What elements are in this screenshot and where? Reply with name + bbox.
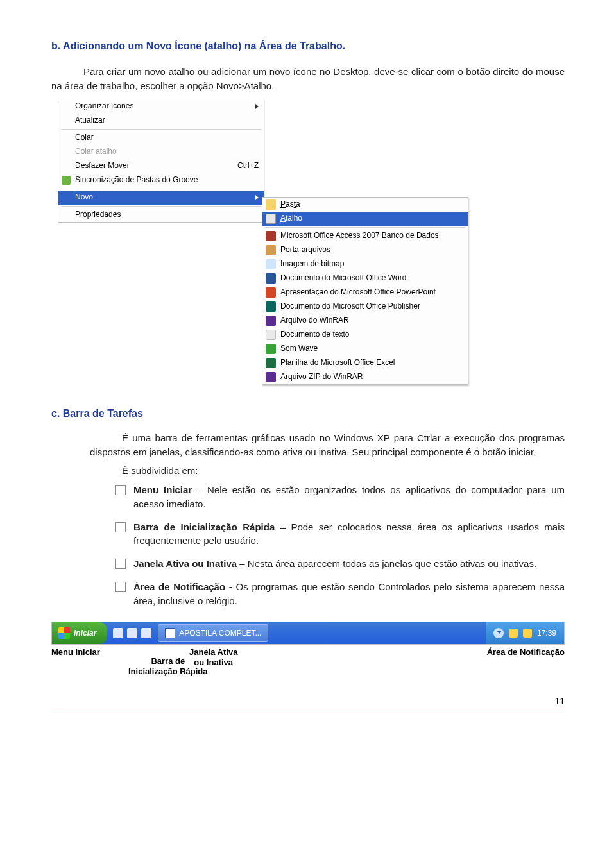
shortcut-icon [266,214,276,224]
sub-label: Microsoft Office Access 2007 Banco de Da… [280,230,439,241]
ctx-item-organizar[interactable]: Organizar ícones [58,99,264,114]
page-number: 11 [51,695,565,708]
sub-item-atalho[interactable]: Atalho [262,212,468,226]
sub-item-zip[interactable]: Arquivo ZIP do WinRAR [262,370,468,384]
folder-icon [266,199,276,210]
sub-item-access[interactable]: Microsoft Office Access 2007 Banco de Da… [262,229,468,243]
bullet-marker-icon [116,559,126,569]
taskbar-labels: Menu Iniciar Barra de Inicialização Rápi… [51,645,565,683]
chevron-right-icon [255,195,259,200]
sub-separator [265,227,465,228]
ctx-separator [61,129,261,130]
ctx-label: Colar atalho [75,146,117,157]
sub-label: Arquivo do WinRAR [280,315,349,326]
quicklaunch-icon[interactable] [127,628,137,638]
sub-item-winrar[interactable]: Arquivo do WinRAR [262,314,468,328]
start-button[interactable]: Iniciar [52,622,107,644]
start-label: Iniciar [74,628,96,639]
sub-item-porta-arquivos[interactable]: Porta-arquivos [262,243,468,257]
section-heading-c: c. Barra de Tarefas [51,406,565,421]
context-menu: Organizar ícones Atualizar Colar Colar a… [58,99,264,223]
ctx-item-novo[interactable]: Novo [58,191,264,205]
taskbar: Iniciar APOSTILA COMPLET... 17:39 [51,622,565,645]
sub-label: Porta-arquivos [280,244,330,255]
novo-submenu: Pasta Atalho Microsoft Office Access 200… [262,197,468,385]
ctx-item-propriedades[interactable]: Propriedades [58,208,264,222]
ctx-item-colar-atalho: Colar atalho [58,145,264,159]
quick-launch [107,628,158,638]
context-menu-figure: Organizar ícones Atualizar Colar Colar a… [58,99,571,388]
sub-label: Documento do Microsoft Office Publisher [280,301,420,312]
word-icon [165,628,175,638]
zip-icon [266,372,276,382]
ctx-label: Desfazer Mover [75,160,130,171]
subdividida-intro: É subdividida em: [90,464,565,478]
taskbar-figure: Iniciar APOSTILA COMPLET... 17:39 Menu I… [51,622,565,683]
sub-label: Planilha do Microsoft Office Excel [280,357,395,368]
sub-item-excel[interactable]: Planilha do Microsoft Office Excel [262,356,468,370]
sub-item-publisher[interactable]: Documento do Microsoft Office Publisher [262,300,468,314]
bullet-area-notificacao: Área de Notificação - Os programas que e… [116,580,565,608]
ctx-item-sincronizacao[interactable]: Sincronização de Pastas do Groove [58,173,264,187]
sub-item-bitmap[interactable]: Imagem de bitmap [262,257,468,271]
section-heading-b: b. Adicionando um Novo Ícone (atalho) na… [51,38,565,53]
bullet-marker-icon [116,522,126,532]
sub-item-word[interactable]: Documento do Microsoft Office Word [262,271,468,285]
bullet-text: Barra de Inicialização Rápida – Pode ser… [133,520,565,548]
quicklaunch-icon[interactable] [113,628,123,638]
sub-item-powerpoint[interactable]: Apresentação do Microsoft Office PowerPo… [262,285,468,300]
groove-icon [62,176,71,185]
ctx-item-desfazer[interactable]: Desfazer Mover Ctrl+Z [58,159,264,173]
label-area-notificacao: Área de Notificação [487,647,565,658]
bullet-marker-icon [116,582,126,592]
ctx-label: Colar [75,132,94,143]
system-tray: 17:39 [486,622,564,644]
word-icon [266,273,276,284]
label-menu-iniciar: Menu Iniciar [51,647,100,658]
label-janela-ativa: Janela Ativa ou Inativa [189,647,237,667]
windows-logo-icon [58,627,70,639]
window-title: APOSTILA COMPLET... [179,628,261,639]
briefcase-icon [266,245,276,255]
sub-label: Imagem de bitmap [280,259,344,269]
ctx-shortcut: Ctrl+Z [237,160,259,171]
excel-icon [266,358,276,368]
sub-item-wave[interactable]: Som Wave [262,342,468,356]
ctx-separator [61,206,261,207]
sub-item-pasta[interactable]: Pasta [262,198,468,212]
taskbar-window-button[interactable]: APOSTILA COMPLET... [158,624,268,642]
winrar-icon [266,316,276,326]
ctx-label: Organizar ícones [75,101,133,112]
ctx-separator [61,189,261,189]
sub-item-texto[interactable]: Documento de texto [262,328,468,342]
barra-paragraph: É uma barra de ferramentas gráficas usad… [90,431,565,459]
bullet-text: Janela Ativa ou Inativa – Nesta área apa… [133,557,565,571]
tray-expand-icon[interactable] [493,628,504,638]
sub-label: Documento de texto [280,329,349,340]
bullet-janela-ativa: Janela Ativa ou Inativa – Nesta área apa… [116,557,565,571]
sub-label: Som Wave [280,343,318,354]
tray-icon[interactable] [523,629,532,638]
tray-icon[interactable] [509,629,518,638]
text-file-icon [266,330,276,340]
bullet-text: Menu Iniciar – Nele estão os estão organ… [133,483,565,511]
intro-paragraph: Para criar um novo atalho ou adicionar u… [51,65,565,93]
footer-rule [51,711,565,711]
ctx-label: Propriedades [75,209,121,220]
sub-label: Documento do Microsoft Office Word [280,273,406,284]
chevron-right-icon [255,104,259,109]
sub-label: Atalho [280,213,302,224]
clock[interactable]: 17:39 [537,628,556,639]
ctx-item-atualizar[interactable]: Atualizar [58,114,264,128]
bullet-barra-inicializacao: Barra de Inicialização Rápida – Pode ser… [116,520,565,548]
quicklaunch-icon[interactable] [141,628,151,638]
ctx-label: Atualizar [75,115,105,126]
bullet-text: Área de Notificação - Os programas que e… [133,580,565,608]
access-icon [266,231,276,241]
ctx-label: Sincronização de Pastas do Groove [75,174,198,185]
wave-icon [266,344,276,354]
sub-label: Apresentação do Microsoft Office PowerPo… [280,287,436,298]
sub-label: Arquivo ZIP do WinRAR [280,371,363,382]
ctx-item-colar[interactable]: Colar [58,131,264,145]
ctx-label: Novo [75,192,93,203]
